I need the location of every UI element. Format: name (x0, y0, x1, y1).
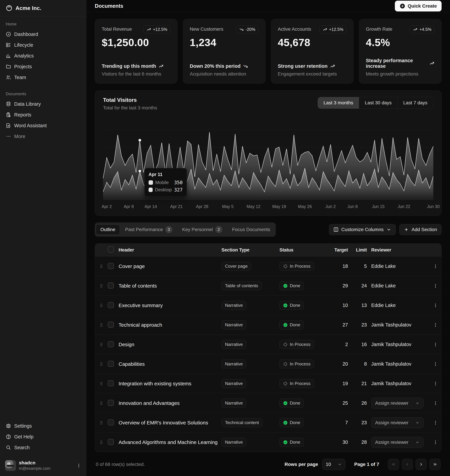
sidebar-item-word-assistant[interactable]: Word Assistant (3, 120, 83, 131)
table-row[interactable]: Technical approachNarrativeDone2723Jamik… (95, 315, 441, 335)
area-chart[interactable]: Apr 11Mobile350Desktop327 (103, 116, 433, 200)
sidebar-item-search[interactable]: Search (3, 442, 83, 453)
table-row[interactable]: Executive summaryNarrativeDone1013Eddie … (95, 296, 441, 315)
row-checkbox[interactable] (108, 439, 114, 445)
sidebar-item-team[interactable]: Team (3, 72, 83, 83)
row-target[interactable]: 19 (332, 381, 352, 386)
sidebar-item-dashboard[interactable]: Dashboard (3, 29, 83, 40)
row-checkbox[interactable] (108, 400, 114, 406)
row-limit[interactable]: 28 (352, 439, 371, 445)
user-menu-kebab-icon[interactable] (77, 463, 81, 468)
row-limit[interactable]: 24 (352, 283, 371, 289)
row-checkbox[interactable] (108, 302, 114, 308)
row-actions-kebab-icon[interactable] (433, 362, 438, 366)
drag-handle-icon[interactable] (95, 264, 108, 268)
row-actions-kebab-icon[interactable] (433, 264, 438, 269)
drag-handle-icon[interactable] (95, 323, 108, 327)
drag-handle-icon[interactable] (95, 362, 108, 366)
range-option-last-7-days[interactable]: Last 7 days (397, 97, 433, 109)
assign-reviewer-select[interactable]: Assign reviewer (371, 398, 424, 409)
row-actions-kebab-icon[interactable] (433, 401, 438, 406)
row-actions-kebab-icon[interactable] (433, 420, 438, 425)
sidebar-item-get-help[interactable]: Get Help (3, 431, 83, 442)
drag-handle-icon[interactable] (95, 381, 108, 386)
row-header[interactable]: Integration with existing systems (118, 381, 221, 387)
prev-page-button[interactable] (402, 459, 413, 470)
select-all-checkbox[interactable] (108, 246, 114, 252)
row-actions-kebab-icon[interactable] (433, 381, 438, 386)
row-header[interactable]: Capabilities (118, 361, 221, 367)
tab-key-personnel[interactable]: Key Personnel2 (178, 224, 227, 236)
table-row[interactable]: Overview of EMR's Innovative SolutionsTe… (95, 413, 441, 432)
sidebar-item-lifecycle[interactable]: Lifecycle (3, 40, 83, 50)
row-checkbox[interactable] (108, 380, 114, 386)
row-checkbox[interactable] (108, 419, 114, 425)
table-row[interactable]: Cover pageCover pageIn Process185Eddie L… (95, 256, 441, 276)
sidebar-item-projects[interactable]: Projects (3, 61, 83, 72)
row-actions-kebab-icon[interactable] (433, 303, 438, 308)
row-limit[interactable]: 16 (352, 342, 371, 347)
row-target[interactable]: 27 (332, 322, 352, 328)
table-row[interactable]: Table of contentsTable of contentsDone29… (95, 276, 441, 296)
table-row[interactable]: Integration with existing systemsNarrati… (95, 374, 441, 393)
sidebar-item-reports[interactable]: Reports (3, 109, 83, 120)
tab-outline[interactable]: Outline (96, 224, 120, 235)
row-target[interactable]: 30 (332, 439, 352, 445)
row-target[interactable]: 2 (332, 342, 352, 347)
rows-per-page-select[interactable]: 10 (322, 459, 345, 470)
sidebar-item-more[interactable]: More (3, 131, 83, 142)
drag-handle-icon[interactable] (95, 421, 108, 425)
customize-columns-button[interactable]: Customize Columns (329, 224, 396, 235)
assign-reviewer-select[interactable]: Assign reviewer (371, 417, 424, 428)
add-section-button[interactable]: Add Section (399, 224, 442, 235)
range-option-last-3-months[interactable]: Last 3 months (318, 97, 359, 109)
quick-create-button[interactable]: Quick Create (395, 1, 442, 12)
row-limit[interactable]: 13 (352, 302, 371, 308)
table-row[interactable]: Advanced Algorithms and Machine Learning… (95, 432, 441, 452)
row-limit[interactable]: 5 (352, 263, 371, 269)
row-header[interactable]: Executive summary (118, 302, 221, 308)
drag-handle-icon[interactable] (95, 440, 108, 444)
row-header[interactable]: Technical approach (118, 322, 221, 328)
user-menu[interactable]: shadcn m@example.com (3, 458, 83, 473)
range-option-last-30-days[interactable]: Last 30 days (359, 97, 397, 109)
row-checkbox[interactable] (108, 283, 114, 289)
tab-past-performance[interactable]: Past Performance3 (121, 224, 177, 236)
row-checkbox[interactable] (108, 361, 114, 367)
row-header[interactable]: Design (118, 342, 221, 347)
row-actions-kebab-icon[interactable] (433, 440, 438, 445)
row-target[interactable]: 10 (332, 302, 352, 308)
assign-reviewer-select[interactable]: Assign reviewer (371, 437, 424, 448)
row-target[interactable]: 25 (332, 400, 352, 406)
row-target[interactable]: 29 (332, 283, 352, 289)
drag-handle-icon[interactable] (95, 284, 108, 288)
row-target[interactable]: 18 (332, 263, 352, 269)
row-target[interactable]: 7 (332, 420, 352, 425)
drag-handle-icon[interactable] (95, 303, 108, 308)
row-checkbox[interactable] (108, 322, 114, 328)
row-limit[interactable]: 26 (352, 400, 371, 406)
last-page-button[interactable] (429, 459, 441, 470)
row-actions-kebab-icon[interactable] (433, 342, 438, 347)
sidebar-item-settings[interactable]: Settings (3, 421, 83, 431)
row-checkbox[interactable] (108, 341, 114, 347)
sidebar-item-data-library[interactable]: Data Library (3, 99, 83, 109)
first-page-button[interactable] (388, 459, 399, 470)
sidebar-header[interactable]: Acme Inc. (0, 0, 86, 16)
table-row[interactable]: Innovation and AdvantagesNarrativeDone25… (95, 393, 441, 413)
row-limit[interactable]: 8 (352, 361, 371, 367)
drag-handle-icon[interactable] (95, 342, 108, 347)
row-header[interactable]: Cover page (118, 263, 221, 269)
table-row[interactable]: CapabilitiesNarrativeIn Process208Jamik … (95, 354, 441, 374)
row-header[interactable]: Innovation and Advantages (118, 400, 221, 406)
sidebar-item-analytics[interactable]: Analytics (3, 50, 83, 61)
row-actions-kebab-icon[interactable] (433, 284, 438, 288)
row-limit[interactable]: 23 (352, 322, 371, 328)
table-row[interactable]: DesignNarrativeIn Process216Jamik Tashpu… (95, 335, 441, 354)
row-target[interactable]: 20 (332, 361, 352, 367)
row-limit[interactable]: 23 (352, 420, 371, 425)
row-checkbox[interactable] (108, 263, 114, 269)
next-page-button[interactable] (416, 459, 427, 470)
row-limit[interactable]: 21 (352, 381, 371, 386)
drag-handle-icon[interactable] (95, 401, 108, 405)
